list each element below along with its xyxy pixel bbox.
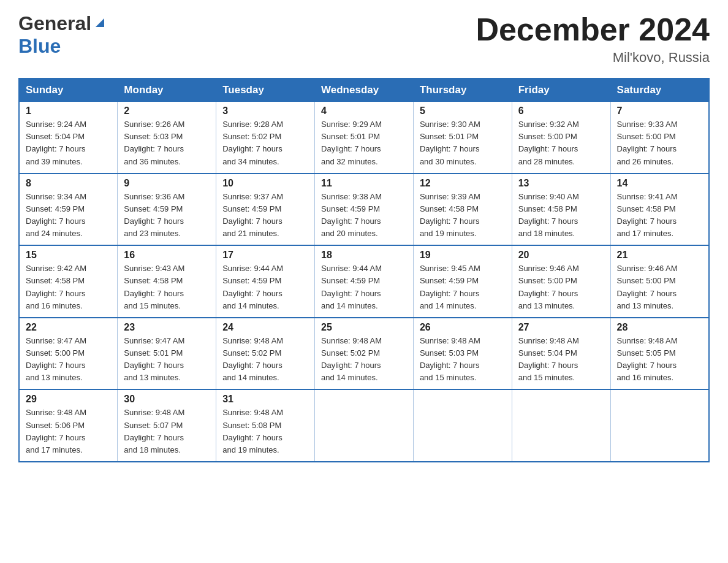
day-number: 15 [26, 250, 111, 261]
day-info: Sunrise: 9:46 AMSunset: 5:00 PMDaylight:… [617, 262, 702, 312]
day-info: Sunrise: 9:40 AMSunset: 4:58 PMDaylight:… [518, 191, 604, 240]
day-number: 7 [617, 105, 702, 117]
calendar-week-row: 1Sunrise: 9:24 AMSunset: 5:04 PMDaylight… [19, 102, 709, 174]
day-info: Sunrise: 9:48 AMSunset: 5:02 PMDaylight:… [222, 335, 308, 385]
logo-blue: Blue [18, 35, 61, 57]
day-number: 13 [518, 178, 604, 189]
calendar-week-row: 29Sunrise: 9:48 AMSunset: 5:06 PMDayligh… [19, 389, 709, 462]
col-tuesday: Tuesday [216, 79, 315, 102]
day-info: Sunrise: 9:32 AMSunset: 5:00 PMDaylight:… [518, 118, 604, 168]
logo-general: General [18, 12, 91, 35]
table-row: 5Sunrise: 9:30 AMSunset: 5:01 PMDaylight… [413, 102, 512, 174]
location: Mil'kovo, Russia [476, 50, 710, 66]
day-info: Sunrise: 9:28 AMSunset: 5:02 PMDaylight:… [222, 118, 308, 168]
page-header: General Blue December 2024 Mil'kovo, Rus… [18, 12, 710, 66]
table-row: 20Sunrise: 9:46 AMSunset: 5:00 PMDayligh… [512, 245, 610, 318]
title-area: December 2024 Mil'kovo, Russia [476, 12, 710, 66]
table-row [315, 389, 414, 462]
table-row: 8Sunrise: 9:34 AMSunset: 4:59 PMDaylight… [19, 174, 118, 246]
day-number: 2 [124, 105, 210, 117]
day-number: 18 [321, 250, 407, 261]
day-number: 11 [321, 178, 407, 189]
day-number: 6 [518, 105, 604, 117]
table-row: 10Sunrise: 9:37 AMSunset: 4:59 PMDayligh… [216, 174, 315, 246]
day-info: Sunrise: 9:46 AMSunset: 5:00 PMDaylight:… [518, 262, 604, 312]
day-number: 23 [124, 322, 210, 333]
day-number: 5 [420, 105, 506, 117]
day-number: 19 [420, 250, 506, 261]
table-row: 3Sunrise: 9:28 AMSunset: 5:02 PMDaylight… [216, 102, 315, 174]
table-row: 1Sunrise: 9:24 AMSunset: 5:04 PMDaylight… [19, 102, 118, 174]
day-info: Sunrise: 9:39 AMSunset: 4:58 PMDaylight:… [420, 191, 506, 240]
svg-marker-0 [96, 18, 104, 27]
day-number: 31 [222, 394, 308, 405]
day-info: Sunrise: 9:44 AMSunset: 4:59 PMDaylight:… [321, 262, 407, 312]
table-row: 31Sunrise: 9:48 AMSunset: 5:08 PMDayligh… [216, 389, 315, 462]
table-row: 16Sunrise: 9:43 AMSunset: 4:58 PMDayligh… [118, 245, 216, 318]
day-info: Sunrise: 9:48 AMSunset: 5:03 PMDaylight:… [420, 335, 506, 385]
day-number: 1 [26, 105, 111, 117]
day-number: 29 [26, 394, 111, 405]
table-row: 29Sunrise: 9:48 AMSunset: 5:06 PMDayligh… [19, 389, 118, 462]
day-number: 9 [124, 178, 210, 189]
table-row [512, 389, 610, 462]
day-info: Sunrise: 9:34 AMSunset: 4:59 PMDaylight:… [26, 191, 111, 240]
table-row: 7Sunrise: 9:33 AMSunset: 5:00 PMDaylight… [610, 102, 709, 174]
table-row: 4Sunrise: 9:29 AMSunset: 5:01 PMDaylight… [315, 102, 414, 174]
col-thursday: Thursday [413, 79, 512, 102]
table-row: 17Sunrise: 9:44 AMSunset: 4:59 PMDayligh… [216, 245, 315, 318]
day-number: 28 [617, 322, 702, 333]
day-info: Sunrise: 9:43 AMSunset: 4:58 PMDaylight:… [124, 262, 210, 312]
day-number: 25 [321, 322, 407, 333]
col-friday: Friday [512, 79, 610, 102]
table-row: 26Sunrise: 9:48 AMSunset: 5:03 PMDayligh… [413, 318, 512, 390]
table-row: 9Sunrise: 9:36 AMSunset: 4:59 PMDaylight… [118, 174, 216, 246]
table-row: 23Sunrise: 9:47 AMSunset: 5:01 PMDayligh… [118, 318, 216, 390]
day-number: 24 [222, 322, 308, 333]
col-monday: Monday [118, 79, 216, 102]
calendar-week-row: 22Sunrise: 9:47 AMSunset: 5:00 PMDayligh… [19, 318, 709, 390]
logo-triangle-icon [93, 16, 107, 29]
day-number: 3 [222, 105, 308, 117]
table-row: 25Sunrise: 9:48 AMSunset: 5:02 PMDayligh… [315, 318, 414, 390]
table-row: 21Sunrise: 9:46 AMSunset: 5:00 PMDayligh… [610, 245, 709, 318]
table-row: 19Sunrise: 9:45 AMSunset: 4:59 PMDayligh… [413, 245, 512, 318]
day-number: 26 [420, 322, 506, 333]
table-row: 27Sunrise: 9:48 AMSunset: 5:04 PMDayligh… [512, 318, 610, 390]
day-number: 16 [124, 250, 210, 261]
day-info: Sunrise: 9:26 AMSunset: 5:03 PMDaylight:… [124, 118, 210, 168]
day-info: Sunrise: 9:48 AMSunset: 5:04 PMDaylight:… [518, 335, 604, 385]
logo: General Blue [18, 12, 107, 58]
table-row: 2Sunrise: 9:26 AMSunset: 5:03 PMDaylight… [118, 102, 216, 174]
day-number: 4 [321, 105, 407, 117]
day-info: Sunrise: 9:44 AMSunset: 4:59 PMDaylight:… [222, 262, 308, 312]
calendar-week-row: 15Sunrise: 9:42 AMSunset: 4:58 PMDayligh… [19, 245, 709, 318]
table-row [610, 389, 709, 462]
day-number: 22 [26, 322, 111, 333]
table-row: 6Sunrise: 9:32 AMSunset: 5:00 PMDaylight… [512, 102, 610, 174]
day-info: Sunrise: 9:24 AMSunset: 5:04 PMDaylight:… [26, 118, 111, 168]
table-row: 11Sunrise: 9:38 AMSunset: 4:59 PMDayligh… [315, 174, 414, 246]
day-number: 27 [518, 322, 604, 333]
calendar-table: Sunday Monday Tuesday Wednesday Thursday… [18, 78, 710, 462]
calendar-header-row: Sunday Monday Tuesday Wednesday Thursday… [19, 79, 709, 102]
day-info: Sunrise: 9:30 AMSunset: 5:01 PMDaylight:… [420, 118, 506, 168]
day-info: Sunrise: 9:45 AMSunset: 4:59 PMDaylight:… [420, 262, 506, 312]
day-number: 8 [26, 178, 111, 189]
day-info: Sunrise: 9:48 AMSunset: 5:02 PMDaylight:… [321, 335, 407, 385]
day-number: 17 [222, 250, 308, 261]
day-info: Sunrise: 9:47 AMSunset: 5:01 PMDaylight:… [124, 335, 210, 385]
table-row: 12Sunrise: 9:39 AMSunset: 4:58 PMDayligh… [413, 174, 512, 246]
day-info: Sunrise: 9:47 AMSunset: 5:00 PMDaylight:… [26, 335, 111, 385]
day-info: Sunrise: 9:37 AMSunset: 4:59 PMDaylight:… [222, 191, 308, 240]
table-row: 13Sunrise: 9:40 AMSunset: 4:58 PMDayligh… [512, 174, 610, 246]
day-info: Sunrise: 9:36 AMSunset: 4:59 PMDaylight:… [124, 191, 210, 240]
day-info: Sunrise: 9:38 AMSunset: 4:59 PMDaylight:… [321, 191, 407, 240]
table-row: 15Sunrise: 9:42 AMSunset: 4:58 PMDayligh… [19, 245, 118, 318]
day-info: Sunrise: 9:41 AMSunset: 4:58 PMDaylight:… [617, 191, 702, 240]
table-row: 28Sunrise: 9:48 AMSunset: 5:05 PMDayligh… [610, 318, 709, 390]
table-row: 22Sunrise: 9:47 AMSunset: 5:00 PMDayligh… [19, 318, 118, 390]
day-info: Sunrise: 9:48 AMSunset: 5:06 PMDaylight:… [26, 407, 111, 456]
day-number: 10 [222, 178, 308, 189]
table-row: 24Sunrise: 9:48 AMSunset: 5:02 PMDayligh… [216, 318, 315, 390]
